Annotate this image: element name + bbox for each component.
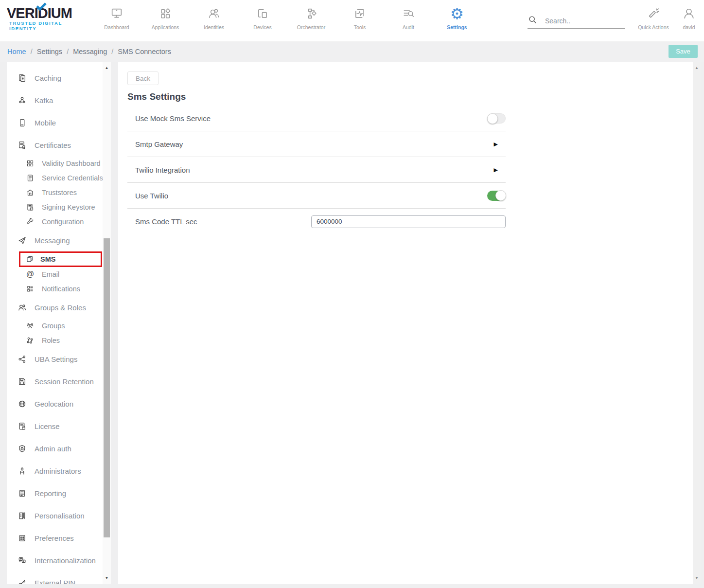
quick-actions-label: Quick Actions	[638, 24, 669, 30]
sidebar-item-geolocation[interactable]: Geolocation	[7, 392, 111, 415]
sidebar-item-label: Preferences	[35, 534, 74, 542]
save-button[interactable]: Save	[669, 45, 698, 58]
personalisation-icon	[18, 511, 26, 520]
global-search	[528, 13, 625, 29]
sidebar-scrollbar[interactable]: ▲ ▼	[103, 62, 111, 584]
roles-icon	[26, 336, 35, 345]
sidebar-scrollbar-thumb[interactable]	[104, 238, 110, 537]
scroll-down-arrow-icon[interactable]: ▼	[103, 576, 111, 580]
sidebar-item-service-credentials[interactable]: Service Credentials	[7, 171, 111, 185]
sidebar-item-certificates[interactable]: Certificates	[7, 134, 111, 156]
setting-row-use-mock-sms-service: Use Mock Sms Service	[127, 106, 506, 131]
scroll-down-arrow-icon[interactable]: ▼	[693, 576, 701, 580]
sidebar-item-label: Truststores	[42, 189, 77, 196]
back-button[interactable]: Back	[127, 71, 158, 85]
sidebar-item-configuration[interactable]: Configuration	[7, 214, 111, 229]
sidebar-item-messaging[interactable]: Messaging	[7, 229, 111, 251]
sidebar-item-label: Groups & Roles	[35, 303, 86, 312]
user-menu[interactable]: david	[678, 5, 700, 30]
nav-item-identities[interactable]: Identities	[190, 5, 238, 30]
sidebar-item-groups-and-roles[interactable]: Groups & Roles	[7, 296, 111, 319]
identities-icon	[207, 5, 221, 22]
dashboard-icon	[110, 5, 123, 22]
uba-share-icon	[18, 355, 26, 363]
expand-arrow-icon[interactable]	[494, 167, 498, 173]
sidebar-item-email[interactable]: @ Email	[7, 267, 111, 282]
sidebar-item-truststores[interactable]: Truststores	[7, 185, 111, 200]
devices-icon	[256, 5, 269, 22]
signing-keystore-icon	[26, 203, 35, 212]
sidebar-item-uba-settings[interactable]: UBA Settings	[7, 348, 111, 370]
expand-arrow-icon[interactable]	[494, 141, 498, 147]
report-icon	[18, 489, 26, 498]
sidebar-item-label: Groups	[42, 322, 65, 330]
mobile-phone-icon	[18, 118, 26, 127]
nav-label: Audit	[403, 24, 414, 30]
sidebar-item-internationalization[interactable]: Internationalization	[7, 549, 111, 571]
sidebar-item-groups[interactable]: Groups	[7, 319, 111, 333]
breadcrumb-messaging[interactable]: Messaging	[73, 48, 107, 55]
floppy-disk-icon	[18, 377, 26, 386]
sidebar-item-label: Internationalization	[35, 556, 96, 565]
breadcrumb-separator: /	[111, 48, 113, 55]
use-mock-sms-toggle[interactable]	[487, 113, 506, 124]
scroll-up-arrow-icon[interactable]: ▲	[693, 66, 701, 70]
sidebar-item-roles[interactable]: Roles	[7, 333, 111, 348]
sidebar-item-sms[interactable]: SMS	[19, 251, 102, 267]
wrench-icon	[26, 217, 35, 226]
shield-lock-icon	[18, 444, 26, 453]
breadcrumb-settings[interactable]: Settings	[37, 48, 62, 55]
sidebar-item-label: Admin auth	[35, 445, 71, 453]
nav-item-dashboard[interactable]: Dashboard	[92, 5, 141, 30]
at-sign-icon: @	[26, 270, 35, 279]
nav-item-applications[interactable]: Applications	[141, 5, 190, 30]
orchestrator-icon	[304, 5, 318, 22]
sms-code-ttl-input[interactable]	[311, 215, 506, 228]
nav-label: Dashboard	[104, 24, 129, 30]
nav-item-orchestrator[interactable]: Orchestrator	[287, 5, 335, 30]
sidebar-item-label: External PIN	[35, 579, 75, 585]
breadcrumb-sms-connectors: SMS Connectors	[118, 48, 171, 55]
notifications-icon	[26, 285, 35, 293]
search-input[interactable]	[545, 17, 618, 25]
nav-item-tools[interactable]: Tools	[335, 5, 384, 30]
sidebar-item-external-pin[interactable]: External PIN	[7, 571, 111, 584]
sidebar-item-admin-auth[interactable]: Admin auth	[7, 437, 111, 460]
sidebar-item-caching[interactable]: Caching	[7, 67, 111, 89]
search-icon	[528, 15, 538, 27]
sidebar-item-label: UBA Settings	[35, 355, 77, 363]
sidebar-item-license[interactable]: License	[7, 415, 111, 437]
sidebar-item-validity-dashboard[interactable]: Validity Dashboard	[7, 156, 111, 171]
sidebar-item-signing-keystore[interactable]: Signing Keystore	[7, 200, 111, 214]
sms-settings-panel: Back Sms Settings Use Mock Sms Service S…	[118, 62, 693, 584]
page-scrollbar[interactable]: ▲ ▼	[693, 62, 701, 584]
sidebar-item-label: Personalisation	[35, 512, 85, 520]
sidebar-item-kafka[interactable]: Kafka	[7, 89, 111, 111]
breadcrumb-separator: /	[67, 48, 69, 55]
setting-label: Use Mock Sms Service	[135, 114, 211, 123]
sidebar-item-mobile[interactable]: Mobile	[7, 111, 111, 134]
veridium-admin-page: VERIDIUM TRUSTED DIGITAL IDENTITY Dashbo…	[0, 0, 704, 588]
setting-row-twilio-integration[interactable]: Twilio Integration	[127, 157, 506, 183]
setting-row-smtp-gateway[interactable]: Smtp Gateway	[127, 131, 506, 157]
breadcrumb-home-link[interactable]: Home	[7, 48, 26, 55]
sidebar-item-preferences[interactable]: Preferences	[7, 527, 111, 549]
setting-row-use-twilio: Use Twilio	[127, 183, 506, 209]
veridium-logo[interactable]: VERIDIUM TRUSTED DIGITAL IDENTITY	[7, 6, 85, 31]
sidebar-item-administrators[interactable]: Administrators	[7, 460, 111, 482]
nav-item-audit[interactable]: Audit	[384, 5, 433, 30]
nav-item-devices[interactable]: Devices	[238, 5, 287, 30]
sidebar-item-reporting[interactable]: Reporting	[7, 482, 111, 504]
sidebar-item-notifications[interactable]: Notifications	[7, 282, 111, 296]
toggle-knob	[487, 113, 498, 124]
sidebar-item-label: Email	[42, 270, 59, 278]
user-avatar-icon	[682, 5, 696, 22]
quick-actions-button[interactable]: Quick Actions	[636, 5, 671, 30]
scroll-up-arrow-icon[interactable]: ▲	[103, 66, 111, 70]
sidebar-item-label: SMS	[40, 255, 55, 263]
use-twilio-toggle[interactable]	[487, 191, 506, 201]
certificate-icon	[18, 141, 26, 149]
sidebar-item-personalisation[interactable]: Personalisation	[7, 504, 111, 527]
sidebar-item-session-retention[interactable]: Session Retention	[7, 370, 111, 392]
nav-item-settings[interactable]: ⚙ Settings	[433, 5, 481, 30]
